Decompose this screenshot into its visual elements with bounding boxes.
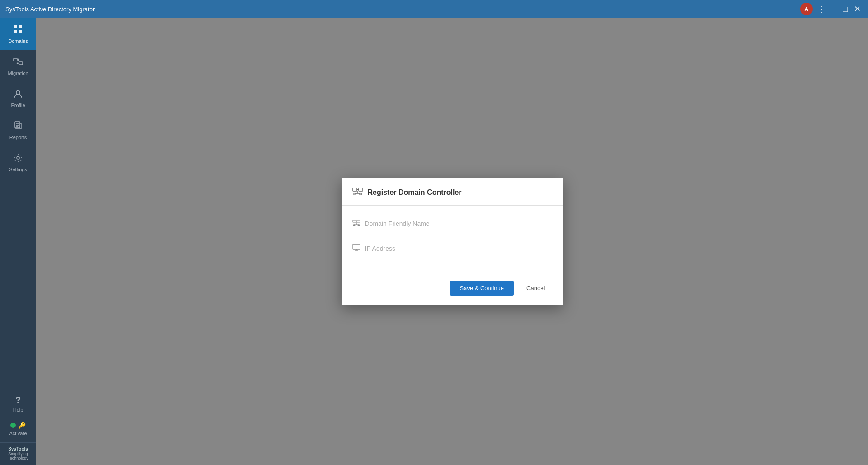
svg-rect-1: [19, 25, 22, 28]
svg-rect-9: [353, 188, 357, 191]
svg-rect-14: [354, 193, 356, 195]
app-layout: Domains Migration Profile: [0, 18, 868, 465]
sidebar: Domains Migration Profile: [0, 18, 36, 465]
svg-rect-16: [353, 220, 356, 222]
cancel-button[interactable]: Cancel: [519, 281, 552, 296]
main-content: Register Domain Controller: [36, 18, 868, 465]
app-title: SysTools Active Directory Migrator: [5, 6, 95, 13]
register-domain-modal: Register Domain Controller: [342, 178, 563, 305]
ip-address-input[interactable]: [365, 243, 552, 254]
sidebar-item-label-migration: Migration: [8, 70, 28, 76]
title-bar-controls: A ⋮ − □ ✕: [800, 2, 863, 16]
title-bar-left: SysTools Active Directory Migrator: [5, 6, 95, 13]
help-icon: ?: [15, 395, 21, 405]
sidebar-item-label-reports: Reports: [9, 135, 27, 140]
monitor-icon: [352, 244, 360, 254]
modal-header-icon: [352, 186, 363, 199]
sidebar-item-label-profile: Profile: [11, 103, 25, 108]
save-continue-button[interactable]: Save & Continue: [450, 281, 514, 296]
svg-rect-15: [360, 193, 362, 195]
svg-rect-22: [358, 225, 360, 226]
sidebar-item-settings[interactable]: Settings: [0, 146, 36, 178]
modal-title: Register Domain Controller: [368, 188, 462, 197]
settings-icon: [13, 153, 23, 165]
svg-rect-0: [14, 25, 17, 28]
sidebar-item-reports[interactable]: Reports: [0, 114, 36, 146]
ip-address-field: [352, 243, 552, 258]
modal-header: Register Domain Controller: [342, 178, 563, 206]
svg-rect-2: [14, 30, 17, 33]
svg-rect-17: [357, 220, 360, 222]
modal-footer: Save & Continue Cancel: [342, 276, 563, 305]
profile-icon: [13, 89, 23, 101]
title-bar: SysTools Active Directory Migrator A ⋮ −…: [0, 0, 868, 18]
reports-icon: [13, 121, 23, 133]
domain-name-input[interactable]: [365, 218, 552, 229]
svg-point-6: [16, 90, 20, 94]
sidebar-item-domains[interactable]: Domains: [0, 18, 36, 50]
sidebar-bottom: ? Help 🔑 Activate SysTools Simplifying T…: [0, 390, 36, 465]
activate-status-dot: [10, 423, 16, 428]
modal-overlay: Register Domain Controller: [36, 18, 868, 465]
svg-rect-4: [14, 58, 17, 61]
sidebar-item-label-domains: Domains: [8, 38, 28, 44]
domain-icon: [352, 219, 360, 229]
grid-icon: [13, 24, 23, 37]
svg-rect-21: [353, 225, 355, 226]
activate-key-icon: 🔑: [18, 422, 26, 429]
sidebar-item-label-settings: Settings: [9, 167, 27, 172]
close-icon[interactable]: ✕: [852, 2, 863, 16]
sidebar-activate-label: Activate: [9, 431, 27, 436]
sidebar-help-label: Help: [13, 407, 24, 413]
minimize-icon[interactable]: −: [830, 3, 839, 16]
user-avatar[interactable]: A: [800, 3, 813, 15]
svg-rect-5: [19, 62, 23, 65]
activate-icon-wrap: 🔑: [10, 422, 26, 429]
logo-tagline: Simplifying Technology: [8, 451, 28, 460]
maximize-icon[interactable]: □: [841, 3, 849, 16]
sidebar-item-migration[interactable]: Migration: [0, 50, 36, 82]
sidebar-item-profile[interactable]: Profile: [0, 82, 36, 114]
migration-icon: [13, 56, 23, 69]
menu-icon[interactable]: ⋮: [816, 2, 827, 16]
modal-body: [342, 206, 563, 276]
svg-rect-23: [353, 244, 360, 249]
sidebar-item-activate[interactable]: 🔑 Activate: [0, 417, 36, 442]
domain-name-field: [352, 218, 552, 233]
svg-rect-10: [359, 188, 363, 191]
svg-point-8: [17, 156, 19, 159]
svg-rect-7: [15, 122, 20, 128]
systools-logo: SysTools Simplifying Technology: [0, 442, 36, 465]
sidebar-item-help[interactable]: ? Help: [0, 390, 36, 417]
logo-brand: SysTools: [8, 446, 28, 451]
svg-rect-3: [19, 30, 22, 33]
